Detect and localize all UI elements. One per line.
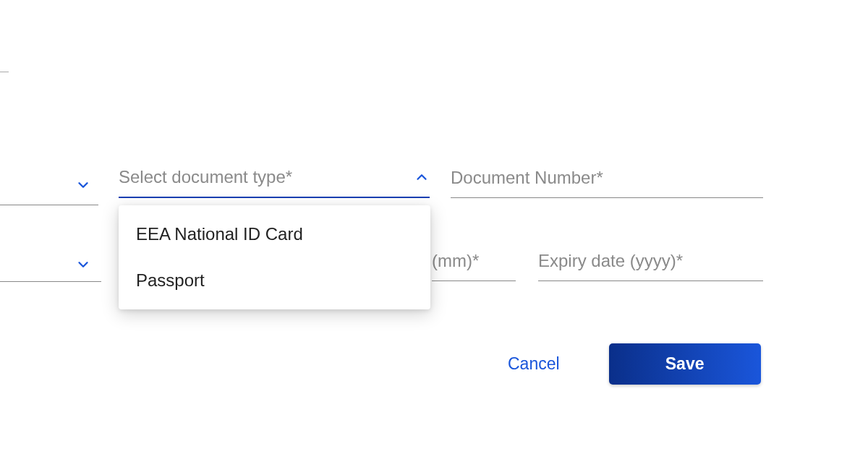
document-number-label: Document Number*: [451, 168, 763, 188]
cancel-button[interactable]: Cancel: [506, 351, 561, 377]
form-actions: Cancel Save: [506, 343, 761, 385]
dropdown-option-eea-id[interactable]: EEA National ID Card: [119, 211, 430, 257]
document-type-label: Select document type*: [119, 167, 414, 187]
expiry-year-input[interactable]: Expiry date (yyyy)*: [538, 241, 763, 281]
document-number-input[interactable]: Document Number*: [451, 158, 763, 198]
save-button[interactable]: Save: [609, 343, 761, 385]
edge-fragment: [0, 69, 9, 72]
document-type-select[interactable]: Select document type*: [119, 158, 430, 198]
chevron-down-icon: [75, 177, 91, 193]
expiry-month-label: (mm)*: [432, 251, 516, 271]
expiry-year-label: Expiry date (yyyy)*: [538, 251, 763, 271]
document-type-dropdown: EEA National ID Card Passport: [119, 205, 430, 309]
chevron-up-icon: [414, 169, 430, 185]
partial-select-field-2[interactable]: [0, 247, 101, 282]
dropdown-option-passport[interactable]: Passport: [119, 257, 430, 304]
expiry-month-input[interactable]: (mm)*: [432, 241, 516, 281]
partial-select-field-1[interactable]: [0, 165, 98, 205]
chevron-down-icon: [75, 257, 91, 273]
